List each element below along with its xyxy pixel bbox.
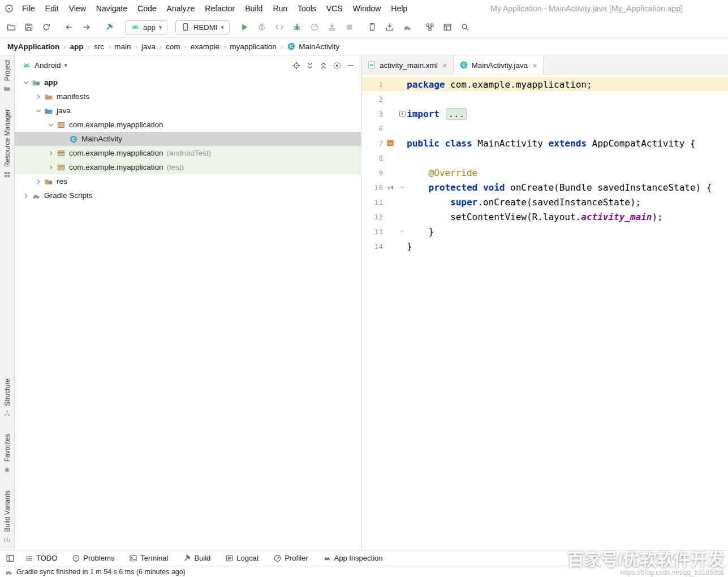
stripe-structure[interactable]: Structure <box>3 378 11 417</box>
tree-item-app[interactable]: app <box>15 75 361 89</box>
stripe-build-variants[interactable]: Build Variants <box>3 490 11 543</box>
line-number: 11 <box>361 198 383 206</box>
breadcrumb-label: src <box>94 42 104 51</box>
menu-analyze[interactable]: Analyze <box>162 2 200 15</box>
tree-item-mainactivity[interactable]: CMainActivity <box>15 132 361 146</box>
tree-item-res[interactable]: res <box>15 174 361 188</box>
breadcrumb-myapplication[interactable]: MyApplication <box>6 41 61 52</box>
expand-arrow-icon[interactable] <box>33 92 44 102</box>
collapse-arrow-icon[interactable] <box>21 77 31 88</box>
project-tree: appmanifestsjavacom.example.myapplicatio… <box>15 75 361 550</box>
breadcrumb-app[interactable]: app <box>68 41 85 52</box>
layout-inspector-button[interactable] <box>441 20 454 34</box>
back-button[interactable] <box>62 20 76 34</box>
settings-gear-button[interactable] <box>330 59 344 72</box>
breadcrumb-example[interactable]: example <box>189 41 221 52</box>
collapse-arrow-icon[interactable] <box>33 106 44 116</box>
save-button[interactable] <box>22 20 36 34</box>
main-area: ProjectResource Manager StructureFavorit… <box>0 55 728 550</box>
tab-label: MainActivity.java <box>472 61 528 70</box>
close-tab-icon[interactable]: × <box>442 61 447 70</box>
close-tab-icon[interactable]: × <box>532 61 537 70</box>
expand-arrow-icon[interactable] <box>46 162 56 173</box>
search-everywhere-button[interactable] <box>458 20 472 34</box>
project-view-selector[interactable]: Android <box>35 61 61 70</box>
run-config-dropdown[interactable]: app▾ <box>125 20 167 35</box>
favorites-stripe-icon <box>3 466 11 473</box>
expand-arrow-icon[interactable] <box>21 191 31 201</box>
tree-item-gradle-scripts[interactable]: Gradle Scripts <box>15 188 361 203</box>
menu-tools[interactable]: Tools <box>292 2 321 15</box>
breadcrumb-com[interactable]: com <box>164 41 182 52</box>
stripe-project[interactable]: Project <box>3 60 11 92</box>
toolwindow-todo[interactable]: TODO <box>25 554 57 562</box>
tree-item-com-example-myapplication-androidtest[interactable]: com.example.myapplication(androidTest) <box>15 146 361 160</box>
gradle-sync-button[interactable] <box>400 20 414 34</box>
build-hammer-button[interactable] <box>102 20 116 34</box>
toolwindow-terminal[interactable]: Terminal <box>129 554 168 562</box>
toolwindow-profiler[interactable]: Profiler <box>273 554 308 562</box>
breadcrumb-mainactivity[interactable]: CMainActivity <box>285 41 341 52</box>
menu-view[interactable]: View <box>64 2 91 15</box>
code-editor[interactable]: 1package com.example.myapplication;23+im… <box>361 75 728 550</box>
app-inspection-icon <box>323 554 331 562</box>
status-message: Gradle sync finished in 1 m 54 s 6 ms (6… <box>16 568 186 576</box>
breadcrumb-java[interactable]: java <box>140 41 157 52</box>
tree-item-manifests[interactable]: manifests <box>15 89 361 104</box>
menu-navigate[interactable]: Navigate <box>91 2 132 15</box>
debug-button[interactable] <box>290 20 304 34</box>
menu-file[interactable]: File <box>17 2 40 15</box>
tree-item-java[interactable]: java <box>15 104 361 118</box>
fold-collapse-icon[interactable] <box>399 184 405 190</box>
code-text: } <box>407 241 412 252</box>
editor-tab-mainactivity-java[interactable]: CMainActivity.java× <box>454 55 544 75</box>
stripe-favorites[interactable]: Favorites <box>3 434 11 473</box>
stop-button[interactable] <box>343 20 356 34</box>
run-button[interactable] <box>238 20 251 34</box>
sync-button[interactable] <box>40 20 53 34</box>
menu-refactor[interactable]: Refactor <box>200 2 240 15</box>
collapse-arrow-icon[interactable] <box>46 120 56 130</box>
forward-button[interactable] <box>80 20 93 34</box>
breadcrumb-src[interactable]: src <box>92 41 106 52</box>
apply-changes-button[interactable] <box>255 20 269 34</box>
menu-vcs[interactable]: VCS <box>321 2 348 15</box>
breadcrumb-main[interactable]: main <box>113 41 132 52</box>
sdk-manager-button[interactable] <box>383 20 397 34</box>
attach-debugger-button[interactable] <box>325 20 339 34</box>
collapse-all-button[interactable] <box>317 59 330 72</box>
toolwindow-switcher-icon[interactable] <box>6 554 15 563</box>
locate-button[interactable] <box>290 59 303 72</box>
stripe-label: Resource Manager <box>3 109 11 167</box>
menu-build[interactable]: Build <box>240 2 268 15</box>
apply-code-changes-button[interactable] <box>273 20 286 34</box>
tree-item-com-example-myapplication-test[interactable]: com.example.myapplication(test) <box>15 160 361 174</box>
open-button[interactable] <box>5 20 18 34</box>
class-icon: C <box>68 134 79 144</box>
toolwindow-logcat[interactable]: Logcat <box>225 554 259 562</box>
expand-arrow-icon[interactable] <box>46 148 56 158</box>
menu-help[interactable]: Help <box>386 2 412 15</box>
toolwindow-problems[interactable]: Problems <box>72 554 114 562</box>
expand-all-button[interactable] <box>303 59 317 72</box>
fold-expand-icon[interactable]: + <box>399 111 406 117</box>
editor-area: activity_main.xml×CMainActivity.java× 1p… <box>361 55 728 550</box>
toolwindow-build[interactable]: Build <box>183 554 210 562</box>
avd-manager-button[interactable] <box>365 20 379 34</box>
tree-item-com-example-myapplication[interactable]: com.example.myapplication <box>15 118 361 132</box>
menu-run[interactable]: Run <box>268 2 292 15</box>
hide-button[interactable] <box>344 59 357 72</box>
toolwindow-app-inspection[interactable]: App Inspection <box>323 554 383 562</box>
device-dropdown[interactable]: REDMI▾ <box>175 20 229 35</box>
menu-edit[interactable]: Edit <box>40 2 64 15</box>
project-structure-button[interactable] <box>423 20 437 34</box>
menu-window[interactable]: Window <box>348 2 386 15</box>
fold-end-icon[interactable] <box>399 229 405 234</box>
code-line-2: 2 <box>361 92 728 106</box>
stripe-resource-manager[interactable]: Resource Manager <box>3 109 11 178</box>
menu-code[interactable]: Code <box>132 2 161 15</box>
profile-button[interactable] <box>308 20 321 34</box>
breadcrumb-myapplication[interactable]: myapplication <box>228 41 278 52</box>
expand-arrow-icon[interactable] <box>33 176 44 187</box>
editor-tab-activity-main-xml[interactable]: activity_main.xml× <box>361 55 454 75</box>
